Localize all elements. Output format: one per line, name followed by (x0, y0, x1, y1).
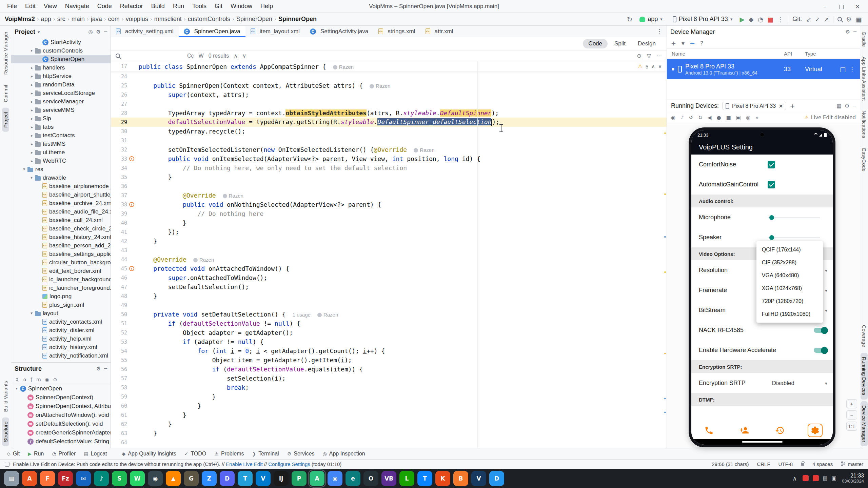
line-number[interactable]: 32 (112, 147, 127, 153)
editor-gutter[interactable]: 39 (111, 211, 136, 217)
code-line-24[interactable]: 24 (111, 72, 667, 81)
dock-virtualbox-icon[interactable]: V (471, 471, 486, 486)
tree-item-activity-history-xml[interactable]: <>activity_history.xml (11, 343, 111, 351)
status-widget-lock[interactable] (801, 463, 804, 466)
chevron-icon[interactable]: ▸ (29, 108, 35, 113)
editor-gutter[interactable]: 47 (111, 284, 136, 290)
checkbox-checked[interactable] (768, 181, 775, 188)
tree-item-tabs[interactable]: ▸tabs (11, 123, 111, 131)
tree-item-activity-notification-xml[interactable]: <>activity_notification.xml (11, 351, 111, 360)
code-line-60[interactable]: 60 } (111, 401, 667, 410)
view-mode-split[interactable]: Split (609, 39, 631, 48)
minimize-icon[interactable]: – (818, 3, 832, 10)
dock-chrome-icon[interactable]: ◉ (328, 471, 342, 486)
tree-item-ui-theme[interactable]: ▸ui.theme (11, 148, 111, 157)
layout-icon[interactable]: ▦ (856, 16, 862, 23)
live-edit-status[interactable]: Live Edit disabled (811, 115, 856, 121)
code-line-42[interactable]: 42 } (111, 237, 667, 246)
toolwindow-button-structure[interactable]: Structure (2, 418, 9, 446)
breadcrumb-item[interactable]: SpinnerOpen (236, 16, 272, 23)
column-header-name[interactable]: Name (672, 51, 784, 57)
editor-gutter[interactable]: 44 (111, 257, 136, 263)
chevron-icon[interactable]: ▸ (29, 99, 35, 104)
tree-item-baseline-check-circle-24-xml[interactable]: <>baseline_check_circle_24.xml (11, 224, 111, 233)
launch-icon[interactable]: □ (840, 66, 846, 73)
code-line-59[interactable]: 59 } (111, 392, 667, 401)
home-gesture-bar[interactable] (691, 439, 833, 445)
settings-icon[interactable]: ⚙ (846, 16, 852, 23)
code-line-63[interactable]: 63 } (111, 429, 667, 438)
editor-gutter[interactable]: 63 (111, 430, 136, 436)
dropdown-option-fullhd-1920x1080[interactable]: FullHD (1920x1080) (756, 308, 823, 321)
dock-thunderbird-icon[interactable]: T (417, 471, 432, 486)
toolwindow-todo[interactable]: ✓TODO (181, 450, 210, 458)
select-all-occurrences-icon[interactable]: ⊙ (637, 53, 641, 59)
previous-occurrence-icon[interactable]: ∧ (234, 53, 238, 59)
tree-item-circular-button-background-xml[interactable]: <>circular_button_background.xml (11, 258, 111, 267)
tree-item-edit-text-border-xml[interactable]: <>edit_text_border.xml (11, 267, 111, 275)
emulator-screen[interactable]: 21:33 VoipPLUS Setting (691, 130, 833, 445)
toolwindow-run[interactable]: ▶Run (24, 450, 47, 458)
line-number[interactable]: 53 (112, 339, 127, 345)
toolwindow-button-commit[interactable]: Commit (2, 81, 9, 106)
toolwindow-button-project[interactable]: Project (2, 108, 9, 132)
editor-tab-activity-setting-xml[interactable]: <>activity_setting.xml (111, 26, 179, 37)
device-row[interactable]: Pixel 8 Pro API 33 Android 13.0 ("Tirami… (667, 59, 860, 79)
editor-gutter[interactable]: 50 (111, 311, 136, 318)
line-number[interactable]: 64 (112, 440, 127, 446)
code-line-49[interactable]: 49 (111, 301, 667, 310)
line-number[interactable]: 36 (112, 183, 127, 189)
breadcrumb-item[interactable]: java (91, 16, 102, 23)
sort-icon[interactable]: ↕ (15, 377, 19, 382)
history-icon[interactable] (772, 424, 787, 437)
editor-gutter[interactable]: 60 (111, 403, 136, 409)
slider-track[interactable] (768, 238, 820, 238)
phone-icon[interactable] (702, 424, 716, 437)
line-number[interactable]: 25 (112, 83, 127, 89)
column-header-type[interactable]: Type (805, 51, 837, 57)
overrides-method-icon[interactable]: ↑ (127, 266, 136, 272)
breadcrumb-item[interactable]: SpinnerOpen (278, 16, 317, 23)
tree-item-testcontacts[interactable]: ▸testContacts (11, 131, 111, 140)
code-line-57[interactable]: 57 setSelection(i); (111, 374, 667, 383)
chevron-icon[interactable]: ▸ (29, 175, 34, 181)
setting-row-microphone[interactable]: Microphone (691, 207, 833, 227)
dock-gimp-icon[interactable]: G (184, 471, 199, 486)
running-device-tab[interactable]: Pixel 8 Pro API 33 × (722, 102, 786, 110)
dropdown-option-xga-1024x768[interactable]: XGA (1024x768) (756, 282, 823, 295)
screenshot-icon[interactable]: ▣ (736, 115, 741, 121)
stop-icon[interactable]: ■ (767, 16, 773, 23)
status-link[interactable]: Enable Live Edit (226, 461, 262, 467)
line-number[interactable]: 26 (112, 92, 127, 98)
overview-icon[interactable]: ■ (726, 115, 731, 121)
editor-gutter[interactable]: 42 (111, 238, 136, 244)
line-number[interactable]: 43 (112, 247, 127, 253)
tree-item-servicemms[interactable]: ▸serviceMMS (11, 106, 111, 114)
setting-row-comfortnoise[interactable]: ComfortNoise (691, 155, 833, 175)
toolwindow-terminal[interactable]: ❯Terminal (249, 450, 282, 458)
dock-pycharm-icon[interactable]: P (292, 471, 307, 486)
close-icon[interactable]: × (778, 103, 783, 109)
code-line-56[interactable]: 56 if (defaultSelectionValue.equals(item… (111, 365, 667, 374)
editor-gutter[interactable]: 31 (111, 138, 136, 144)
dock-android-studio-icon[interactable]: A (310, 471, 324, 486)
device-select[interactable]: Pixel 8 Pro API 33 ▾ (670, 15, 736, 24)
editor-tab-settingactivity-java[interactable]: CSettingActivity.java (305, 26, 373, 37)
chevron-down-icon[interactable]: ▾ (38, 29, 40, 35)
rotate-left-icon[interactable]: ↺ (689, 115, 693, 121)
menu-view[interactable]: View (40, 1, 61, 11)
code-author-hint[interactable]: Razen (414, 147, 434, 153)
code-line-29[interactable]: 29 defaultSelectionValue = typedArray.ge… (111, 118, 667, 127)
dropdown-option-720p-1280x720[interactable]: 720P (1280x720) (756, 295, 823, 308)
toolwindow-git[interactable]: ◇Git (3, 450, 23, 458)
more-icon[interactable]: » (755, 115, 758, 121)
code-line-43[interactable]: 43 (111, 246, 667, 255)
line-number[interactable]: 41 (112, 229, 127, 235)
editor-tab-item-layout-xml[interactable]: <>item_layout.xml (245, 26, 305, 37)
toolwindow-profiler[interactable]: ◔Profiler (48, 450, 79, 458)
editor-scrollbar[interactable] (664, 61, 666, 448)
editor-gutter[interactable]: 27 (111, 101, 136, 107)
screen-record-icon[interactable] (803, 475, 809, 481)
chevron-icon[interactable]: ▸ (29, 310, 34, 317)
tree-item-ic-launcher-background-xml[interactable]: <>ic_launcher_background.xml (11, 275, 111, 284)
